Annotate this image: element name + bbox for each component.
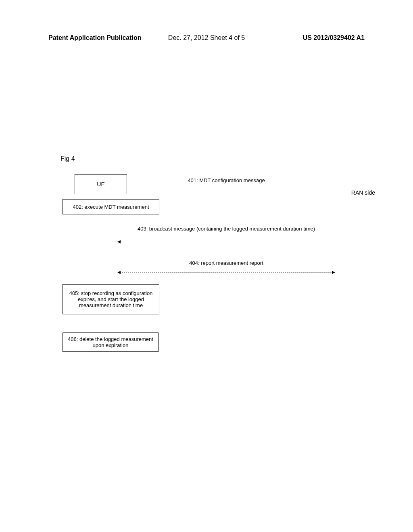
header-right: US 2012/0329402 A1 [303,34,365,42]
step-402-box: 402: execute MDT measurement [63,199,159,214]
step-405-box: 405: stop recording as configuration exp… [63,284,159,314]
step-406-box: 406: delete the logged measurement upon … [63,332,159,352]
ue-actor-box: UE [75,174,127,194]
header-left: Patent Application Publication [48,34,142,42]
msg-403-label: 403: broadcast message (containing the l… [118,226,335,232]
msg-401-arrow [118,186,335,186]
msg-404-arrow [118,272,335,272]
msg-404-label: 404: report measurement report [118,260,335,266]
figure-label: Fig 4 [60,155,75,162]
msg-401-label: 401: MDT configuration message [118,177,335,183]
ue-label: UE [97,181,104,187]
step-406-text: 406: delete the logged measurement upon … [65,336,156,348]
header-center: Dec. 27, 2012 Sheet 4 of 5 [168,34,245,42]
msg-403-arrow [118,242,335,242]
page-header: Patent Application Publication Dec. 27, … [48,34,365,42]
step-402-text: 402: execute MDT measurement [73,204,149,210]
ran-actor-label: RAN side [351,189,375,196]
sequence-diagram: UE RAN side 401: MDT configuration messa… [60,169,351,375]
step-405-text: 405: stop recording as configuration exp… [65,290,157,308]
